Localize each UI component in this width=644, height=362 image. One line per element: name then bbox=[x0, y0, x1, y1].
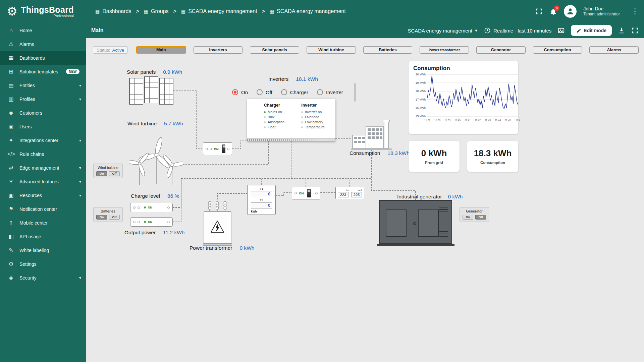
sidebar-item-solution-templates[interactable]: ⊞Solution templatesNEW bbox=[0, 65, 86, 78]
thingsboard-logo[interactable]: ⚙ ThingsBoard Professional bbox=[0, 5, 86, 18]
transformer-value: 0 kWh bbox=[239, 245, 254, 251]
state-tab-solar-panels[interactable]: Solar panels bbox=[250, 46, 299, 54]
generator-on-button[interactable]: On bbox=[463, 215, 473, 220]
image-icon bbox=[557, 27, 565, 34]
status-label: Absorption bbox=[268, 120, 284, 125]
sidebar-item-api-usage[interactable]: ◧API usage bbox=[0, 230, 86, 243]
sidebar-item-customers[interactable]: ☻Customers bbox=[0, 106, 86, 120]
expand-dashboard-button[interactable] bbox=[631, 27, 639, 34]
output-power-label: Output power bbox=[124, 230, 156, 236]
inverter-mode-radio-inverter[interactable]: Inverter bbox=[317, 89, 343, 95]
state-tabs: MainInvertersSolar panelsWind turbineBat… bbox=[136, 46, 639, 54]
timewindow-label: Realtime - last 10 minutes bbox=[493, 28, 551, 34]
user-avatar[interactable] bbox=[564, 5, 577, 18]
timewindow-button[interactable]: Realtime - last 10 minutes bbox=[484, 27, 551, 34]
sidebar-item-integrations-center[interactable]: ✦Integrations center▾ bbox=[0, 133, 86, 147]
breadcrumb-item-scada-energy-management[interactable]: ▦SCADA energy management bbox=[181, 8, 257, 14]
sidebar-item-notification-center[interactable]: ⚑Notification center bbox=[0, 202, 86, 216]
sidebar-item-alarms[interactable]: ⚠Alarms bbox=[0, 37, 86, 51]
state-tab-consumption[interactable]: Consumption bbox=[533, 46, 582, 54]
user-info: John Doe Tenant administrator bbox=[583, 6, 620, 17]
batteries-off-button[interactable]: Off bbox=[109, 215, 120, 220]
generator-value: 0 kWh bbox=[448, 194, 463, 200]
sidebar-item-settings[interactable]: ⚙Settings bbox=[0, 257, 86, 271]
svg-text:11:38: 11:38 bbox=[434, 119, 440, 122]
radio-label: Inverter bbox=[326, 89, 343, 95]
transformer-meter-panel: T1 0 T2 0 kWh bbox=[247, 185, 276, 215]
sidebar-item-advanced-features[interactable]: ✶Advanced features▾ bbox=[0, 175, 86, 188]
wind-on-button[interactable]: On bbox=[96, 171, 107, 176]
terminal-icon bbox=[294, 192, 297, 194]
dashboards-icon: ▦ bbox=[270, 9, 274, 14]
breaker-switch-2[interactable]: ON bbox=[292, 187, 320, 199]
batteries-on-button[interactable]: On bbox=[96, 215, 107, 220]
widget-scrollbar[interactable] bbox=[354, 83, 356, 102]
svg-text:11:39: 11:39 bbox=[444, 119, 450, 122]
sidebar-item-label: Mobile center bbox=[19, 220, 48, 226]
radio-icon bbox=[281, 89, 287, 95]
radio-label: Charger bbox=[290, 89, 308, 95]
breadcrumb-item-scada-energy-management[interactable]: ▦SCADA energy management bbox=[270, 8, 346, 14]
sidebar-item-edge-management[interactable]: ⇄Edge management▾ bbox=[0, 161, 86, 175]
integrations-center-icon: ✦ bbox=[7, 137, 15, 143]
state-tab-power-transformer[interactable]: Power transformer bbox=[420, 46, 469, 54]
inverter-mode-radio-charger[interactable]: Charger bbox=[281, 89, 308, 95]
consumption-total-value: 18.3 kWh bbox=[474, 148, 512, 159]
from-grid-value: 0 kWh bbox=[421, 148, 447, 159]
t2-value-input[interactable]: 0 bbox=[251, 202, 272, 208]
status-item-low-battery: Low battery bbox=[301, 120, 325, 125]
sidebar-item-label: Profiles bbox=[19, 97, 35, 102]
sidebar-item-label: White labeling bbox=[19, 248, 49, 253]
status-item-overload: Overload bbox=[301, 115, 325, 120]
dashboard-select[interactable]: SCADA energy management ▼ bbox=[408, 28, 478, 34]
solar-panel-icon bbox=[129, 78, 143, 105]
sidebar-item-users[interactable]: ◉Users bbox=[0, 120, 86, 133]
consumption-total-card: 18.3 kWh Consumption bbox=[467, 141, 518, 172]
sidebar-item-profiles[interactable]: ▥Profiles▾ bbox=[0, 92, 86, 106]
sidebar-item-mobile-center[interactable]: ▯Mobile center bbox=[0, 216, 86, 230]
charger-status-title: Charger bbox=[264, 103, 284, 108]
sidebar-item-dashboards[interactable]: ▦Dashboards bbox=[0, 51, 86, 65]
generator-panel-icon bbox=[386, 209, 407, 237]
fullscreen-button[interactable] bbox=[535, 8, 543, 15]
sidebar-item-security[interactable]: ◈Security▾ bbox=[0, 271, 86, 285]
inverter-mode-radio-off[interactable]: Off bbox=[257, 89, 272, 95]
state-tab-alarms[interactable]: Alarms bbox=[589, 46, 639, 54]
sidebar-item-resources[interactable]: ▣Resources▾ bbox=[0, 188, 86, 202]
wind-off-button[interactable]: Off bbox=[109, 171, 120, 176]
sidebar-item-label: Home bbox=[19, 28, 32, 33]
transformer-label: Power transformer bbox=[190, 245, 232, 251]
state-tab-batteries[interactable]: Batteries bbox=[363, 46, 413, 54]
state-tab-generator[interactable]: Generator bbox=[476, 46, 526, 54]
terminal-icon bbox=[315, 192, 318, 194]
sidebar-item-label: Advanced features bbox=[19, 179, 59, 184]
status-label: Mains on bbox=[268, 110, 282, 115]
state-tab-wind-turbine[interactable]: Wind turbine bbox=[307, 46, 356, 54]
t1-value-input[interactable]: 0 bbox=[251, 191, 272, 197]
chevron-down-icon: ▼ bbox=[474, 28, 478, 33]
terminal-icon bbox=[167, 221, 170, 223]
download-button[interactable] bbox=[618, 27, 625, 34]
sidebar-item-entities[interactable]: ▤Entities▾ bbox=[0, 78, 86, 92]
generator-off-button[interactable]: Off bbox=[475, 215, 486, 220]
dashboard-image-button[interactable] bbox=[557, 27, 565, 34]
status-label: Inverter on bbox=[305, 110, 322, 115]
edit-mode-button[interactable]: Edit mode bbox=[571, 25, 612, 36]
breadcrumb-item-groups[interactable]: ▦Groups bbox=[144, 8, 169, 14]
state-tab-main[interactable]: Main bbox=[136, 46, 186, 54]
svg-text:11:40: 11:40 bbox=[454, 119, 461, 122]
breadcrumb-item-dashboards[interactable]: ▦Dashboards bbox=[95, 8, 131, 14]
sidebar-item-rule-chains[interactable]: </>Rule chains bbox=[0, 147, 86, 161]
sidebar-item-white-labeling[interactable]: ✎White labeling bbox=[0, 243, 86, 257]
notifications-button[interactable]: 8 bbox=[549, 8, 557, 15]
more-menu-button[interactable]: ⋮ bbox=[631, 7, 639, 16]
grid-out-value[interactable]: 225 bbox=[351, 192, 362, 197]
thingsboard-gear-icon: ⚙ bbox=[7, 5, 17, 17]
inverter-mode-radio-on[interactable]: On bbox=[232, 89, 248, 95]
sidebar-item-home[interactable]: ⌂Home bbox=[0, 23, 86, 37]
grid-in-value[interactable]: 223 bbox=[338, 192, 348, 197]
state-tab-inverters[interactable]: Inverters bbox=[194, 46, 243, 54]
breaker-switch-1[interactable]: ON bbox=[203, 142, 232, 155]
brand-name: ThingsBoard bbox=[21, 5, 73, 15]
charge-level-value: 86 % bbox=[167, 193, 179, 199]
